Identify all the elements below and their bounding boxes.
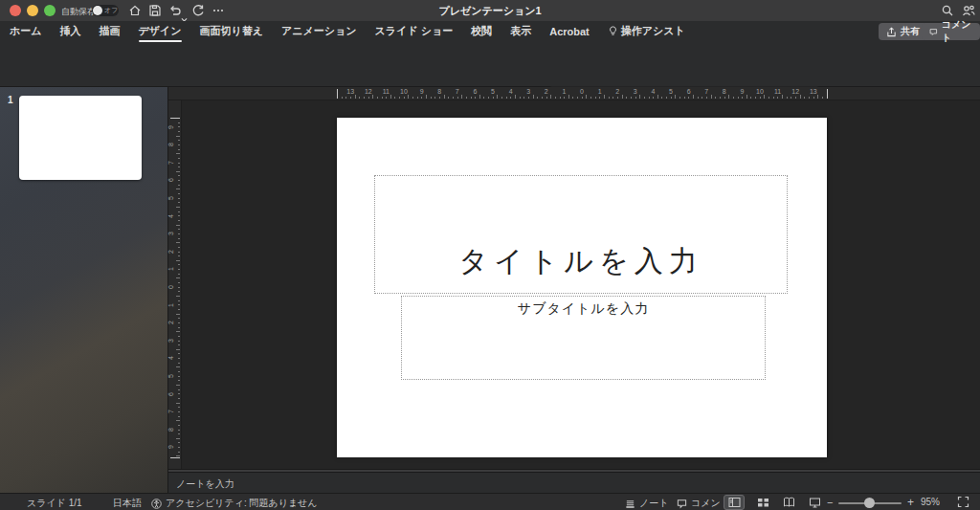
v-ruler-label: 5 [167, 374, 174, 378]
h-ruler-tick [586, 95, 587, 99]
h-ruler-tick [542, 97, 543, 99]
status-bar: スライド 1/1 日本語 アクセシビリティ: 問題ありません ノート コメント … [0, 493, 980, 510]
slideshow-view-button[interactable] [804, 495, 825, 510]
slide-canvas[interactable]: タイトルを入力 サブタイトルを入力 [337, 118, 827, 457]
h-ruler-label: 4 [509, 88, 513, 95]
v-ruler-tick [178, 300, 180, 301]
h-ruler-label: 13 [346, 88, 354, 95]
tab-6[interactable]: アニメーション [281, 21, 357, 42]
v-ruler-tick [178, 433, 180, 434]
tab-10[interactable]: Acrobat [549, 23, 590, 41]
people-presence-icon[interactable] [961, 3, 976, 18]
v-ruler-label: 4 [167, 214, 174, 218]
v-ruler-tick [178, 264, 180, 265]
v-ruler-slide-edge-marker [170, 118, 180, 119]
h-ruler-tick [688, 97, 689, 99]
v-ruler-label: 2 [167, 321, 174, 324]
v-ruler-tick [178, 327, 180, 328]
slide-1-thumbnail[interactable] [19, 96, 142, 180]
h-ruler-tick [577, 97, 578, 99]
h-ruler-label: 2 [545, 88, 548, 95]
v-ruler-tick [176, 277, 180, 278]
subtitle-placeholder[interactable]: サブタイトルを入力 [401, 296, 766, 380]
zoom-out-button[interactable]: − [827, 497, 833, 508]
notes-icon [625, 499, 635, 509]
v-ruler-tick [178, 180, 180, 181]
v-ruler-label: 8 [167, 143, 174, 146]
v-ruler-tick [176, 153, 180, 154]
zoom-in-button[interactable]: + [907, 496, 914, 509]
v-ruler-tick [178, 269, 180, 270]
h-ruler-tick [439, 97, 440, 99]
slide-number: 1 [8, 95, 13, 105]
tab-label: 操作アシスト [621, 24, 685, 38]
h-ruler-tick [372, 95, 373, 99]
comments-toggle-button[interactable]: コメント [677, 497, 730, 510]
reading-view-button[interactable] [778, 495, 799, 510]
h-ruler-tick [661, 97, 662, 99]
tab-7[interactable]: スライド ショー [375, 21, 454, 42]
share-button[interactable]: 共有 [879, 23, 927, 40]
slide-sorter-view-button[interactable] [752, 495, 773, 510]
zoom-slider-thumb[interactable] [864, 498, 875, 508]
comments-button[interactable]: コメント [922, 23, 980, 40]
h-ruler-tick [528, 97, 529, 99]
h-ruler-tick [742, 97, 743, 99]
tab-1[interactable]: ホーム [10, 21, 42, 42]
tab-4[interactable]: デザイン [139, 21, 182, 42]
h-ruler-tick [466, 97, 467, 99]
title-placeholder[interactable]: タイトルを入力 [374, 175, 788, 294]
v-ruler-tick [178, 282, 180, 283]
language-indicator[interactable]: 日本語 [113, 497, 142, 510]
powerpoint-window: 自動保存 オフ プレゼンテーション1 ホーム挿 [0, 0, 980, 510]
h-ruler-tick [733, 97, 734, 99]
v-ruler-tick [178, 193, 180, 194]
h-ruler-tick [604, 95, 605, 99]
accessibility-status[interactable]: アクセシビリティ: 問題ありません [151, 497, 318, 510]
tab-8[interactable]: 校閲 [471, 21, 492, 42]
h-ruler-label: 9 [420, 88, 424, 95]
tab-3[interactable]: 描画 [100, 21, 121, 42]
h-ruler-label: 3 [634, 88, 637, 95]
v-ruler-tick [178, 144, 180, 145]
tab-label: 校閲 [471, 24, 492, 38]
h-ruler-tick [787, 97, 788, 99]
h-ruler-tick [804, 97, 805, 99]
notes-toggle-label: ノート [639, 497, 668, 510]
h-ruler-label: 1 [562, 88, 566, 95]
h-ruler-tick [782, 95, 783, 99]
v-ruler-tick [178, 389, 180, 390]
v-ruler-tick [178, 363, 180, 364]
v-ruler-slide-edge-marker [170, 457, 180, 458]
h-ruler-tick [453, 97, 454, 99]
notes-toggle-button[interactable]: ノート [625, 497, 668, 510]
notes-pane[interactable]: ノートを入力 [168, 473, 980, 493]
h-ruler-tick [617, 97, 618, 99]
tab-2[interactable]: 挿入 [60, 21, 81, 42]
h-ruler-tick [399, 97, 400, 99]
search-icon[interactable] [940, 3, 955, 18]
zoom-percentage[interactable]: 95% [921, 497, 940, 507]
v-ruler-label: 3 [167, 339, 174, 343]
comment-icon [677, 499, 687, 509]
normal-view-button[interactable] [724, 495, 745, 510]
h-ruler-tick [382, 97, 383, 99]
tab-11[interactable]: 操作アシスト [608, 21, 685, 42]
h-ruler-tick [693, 95, 694, 99]
v-ruler-label: 3 [167, 232, 174, 235]
v-ruler-tick [178, 220, 180, 221]
vertical-ruler: 9876543210123456789 [168, 100, 182, 469]
h-ruler-tick [533, 95, 534, 99]
tab-label: ホーム [10, 24, 42, 38]
tab-9[interactable]: 表示 [510, 21, 531, 42]
tab-5[interactable]: 画面切り替え [200, 21, 264, 42]
v-ruler-tick [176, 385, 180, 386]
expand-icon [957, 496, 969, 508]
v-ruler-label: 0 [167, 285, 174, 289]
fit-slide-to-window-button[interactable] [957, 496, 970, 509]
v-ruler-tick [178, 211, 180, 212]
h-ruler-tick [738, 97, 739, 99]
v-ruler-label: 6 [167, 178, 174, 182]
document-title: プレゼンテーション1 [0, 4, 980, 18]
h-ruler-tick [599, 97, 600, 99]
